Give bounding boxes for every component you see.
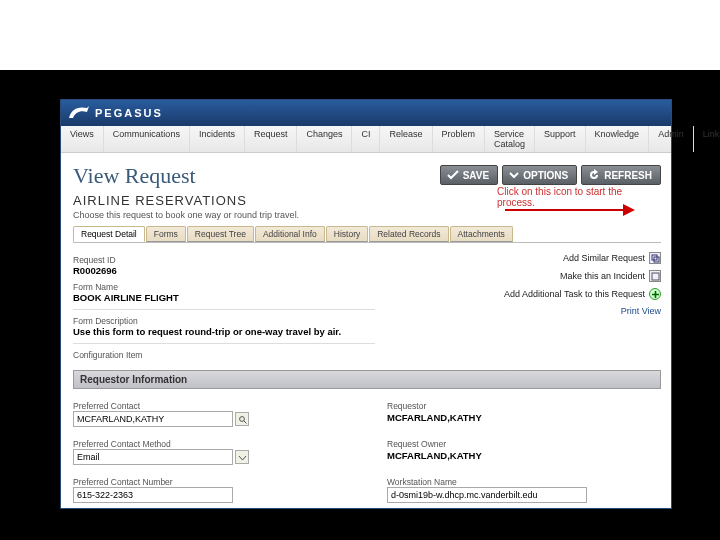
chevron-down-icon	[238, 453, 247, 462]
tab-additional-info[interactable]: Additional Info	[255, 226, 325, 242]
pegasus-app-window: PEGASUS Views Communications Incidents R…	[60, 99, 672, 509]
make-incident-label: Make this an Incident	[560, 271, 645, 281]
request-type-desc: Choose this request to book one way or r…	[73, 210, 661, 220]
owner-value: MCFARLAND,KATHY	[387, 450, 661, 461]
save-button[interactable]: SAVE	[440, 165, 499, 185]
ws-label: Workstation Name	[387, 477, 661, 487]
print-view-link[interactable]: Print View	[621, 306, 661, 316]
refresh-button[interactable]: REFRESH	[581, 165, 661, 185]
menu-release[interactable]: Release	[380, 126, 432, 152]
make-incident-icon[interactable]	[649, 270, 661, 282]
plus-icon	[651, 290, 660, 299]
menu-ci[interactable]: CI	[352, 126, 380, 152]
form-name-value: BOOK AIRLINE FLIGHT	[73, 292, 375, 303]
pref-method-label: Preferred Contact Method	[73, 439, 347, 449]
menu-support[interactable]: Support	[535, 126, 586, 152]
owner-label: Request Owner	[387, 439, 661, 449]
logo: PEGASUS	[67, 104, 163, 122]
add-similar-request-label: Add Similar Request	[563, 253, 645, 263]
form-desc-label: Form Description	[73, 316, 375, 326]
check-icon	[447, 169, 459, 181]
menu-incidents[interactable]: Incidents	[190, 126, 245, 152]
tab-related-records[interactable]: Related Records	[369, 226, 448, 242]
top-menu: Views Communications Incidents Request C…	[61, 126, 671, 153]
requestor-info-header: Requestor Information	[73, 370, 661, 389]
svg-line-6	[244, 421, 247, 424]
instruction-callout: Click on this icon to start the process.	[497, 186, 657, 208]
request-id-value: R0002696	[73, 265, 375, 276]
requestor-value: MCFARLAND,KATHY	[387, 412, 661, 423]
form-desc-value: Use this form to request round-trip or o…	[73, 326, 375, 337]
brand-name: PEGASUS	[95, 107, 163, 119]
form-name-label: Form Name	[73, 282, 375, 292]
refresh-label: REFRESH	[604, 170, 652, 181]
page-title: View Request	[73, 163, 196, 189]
svg-rect-4	[652, 273, 659, 280]
config-item-label: Configuration Item	[73, 350, 375, 360]
menu-views[interactable]: Views	[61, 126, 104, 152]
save-label: SAVE	[463, 170, 490, 181]
chevron-down-icon	[509, 170, 519, 180]
menu-problem[interactable]: Problem	[433, 126, 486, 152]
menu-communications[interactable]: Communications	[104, 126, 190, 152]
add-task-icon[interactable]	[649, 288, 661, 300]
requestor-label: Requestor	[387, 401, 661, 411]
options-label: OPTIONS	[523, 170, 568, 181]
add-similar-request-icon[interactable]	[649, 252, 661, 264]
copy-icon	[651, 254, 660, 263]
pref-contact-lookup-icon[interactable]	[235, 412, 249, 426]
options-button[interactable]: OPTIONS	[502, 165, 577, 185]
tab-forms[interactable]: Forms	[146, 226, 186, 242]
tab-request-tree[interactable]: Request Tree	[187, 226, 254, 242]
ws-input[interactable]	[387, 487, 587, 503]
menu-links[interactable]: Links	[694, 126, 720, 152]
pegasus-icon	[67, 104, 91, 122]
menu-changes[interactable]: Changes	[297, 126, 352, 152]
menu-knowledge[interactable]: Knowledge	[586, 126, 650, 152]
brand-bar: PEGASUS	[61, 100, 671, 126]
pref-method-input[interactable]	[73, 449, 233, 465]
pref-contact-label: Preferred Contact	[73, 401, 347, 411]
svg-point-5	[239, 416, 244, 421]
search-icon	[238, 415, 247, 424]
pref-number-input[interactable]	[73, 487, 233, 503]
pref-method-dropdown-icon[interactable]	[235, 450, 249, 464]
menu-admin[interactable]: Admin	[649, 126, 694, 152]
refresh-icon	[588, 169, 600, 181]
tab-attachments[interactable]: Attachments	[450, 226, 513, 242]
add-task-label: Add Additional Task to this Request	[504, 289, 645, 299]
menu-request[interactable]: Request	[245, 126, 298, 152]
incident-icon	[651, 272, 660, 281]
header-buttons: SAVE OPTIONS REFRESH	[440, 165, 661, 185]
request-id-label: Request ID	[73, 255, 375, 265]
menu-service-catalog[interactable]: Service Catalog	[485, 126, 535, 152]
tab-history[interactable]: History	[326, 226, 368, 242]
tab-request-detail[interactable]: Request Detail	[73, 226, 145, 242]
tab-strip: Request Detail Forms Request Tree Additi…	[73, 226, 661, 243]
pref-contact-input[interactable]	[73, 411, 233, 427]
pref-number-label: Preferred Contact Number	[73, 477, 347, 487]
